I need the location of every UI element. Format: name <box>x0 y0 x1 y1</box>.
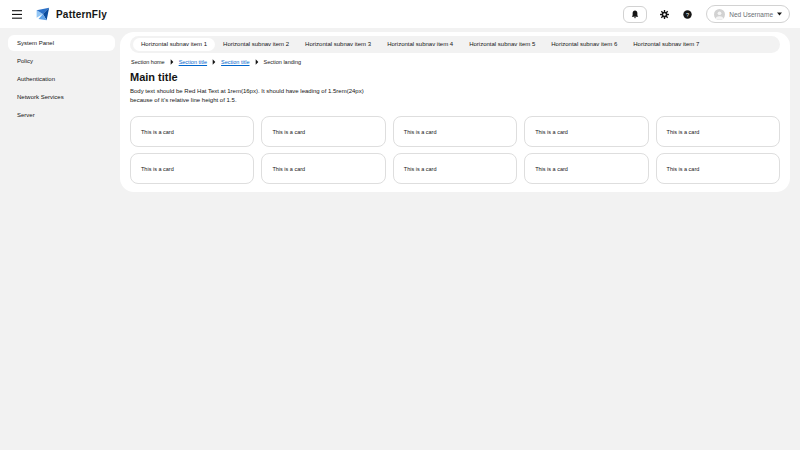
card-title: This is a card <box>141 129 174 135</box>
breadcrumb-separator <box>170 59 174 65</box>
card[interactable]: This is a card <box>261 153 385 184</box>
chevron-right-icon <box>255 59 259 65</box>
sidebar: System Panel Policy Authentication Netwo… <box>0 28 120 125</box>
card[interactable]: This is a card <box>524 153 648 184</box>
bell-icon <box>631 10 639 19</box>
hamburger-icon <box>12 10 22 19</box>
chevron-right-icon <box>212 59 216 65</box>
patternfly-logo-icon <box>36 7 51 22</box>
card[interactable]: This is a card <box>261 116 385 147</box>
page: { "header": { "brand": "PatternFly", "us… <box>0 0 800 450</box>
card-title: This is a card <box>667 129 700 135</box>
card-title: This is a card <box>141 166 174 172</box>
help-button[interactable]: ? <box>679 6 695 22</box>
breadcrumb: Section home Section title Section title… <box>130 59 780 65</box>
masthead: PatternFly ? <box>0 0 800 28</box>
card-title: This is a card <box>404 166 437 172</box>
subnav-item-2[interactable]: Horizontal subnav item 2 <box>215 38 297 51</box>
card-title: This is a card <box>404 129 437 135</box>
subnav-item-3[interactable]: Horizontal subnav item 3 <box>297 38 379 51</box>
chevron-right-icon <box>170 59 174 65</box>
breadcrumb-separator <box>212 59 216 65</box>
user-name: Ned Username <box>729 11 773 18</box>
card[interactable]: This is a card <box>393 116 517 147</box>
card[interactable]: This is a card <box>656 116 780 147</box>
gear-icon <box>660 10 669 19</box>
breadcrumb-separator <box>255 59 259 65</box>
card[interactable]: This is a card <box>393 153 517 184</box>
card-title: This is a card <box>272 129 305 135</box>
card[interactable]: This is a card <box>130 153 254 184</box>
settings-button[interactable] <box>656 6 672 22</box>
avatar-icon <box>714 9 725 20</box>
card-title: This is a card <box>535 129 568 135</box>
card[interactable]: This is a card <box>130 116 254 147</box>
sidebar-item-server[interactable]: Server <box>8 107 115 123</box>
caret-down-icon <box>777 12 782 16</box>
main-panel: Horizontal subnav item 1 Horizontal subn… <box>120 32 790 192</box>
subnav-item-6[interactable]: Horizontal subnav item 6 <box>543 38 625 51</box>
subnav-item-1[interactable]: Horizontal subnav item 1 <box>133 38 215 51</box>
sidebar-item-policy[interactable]: Policy <box>8 53 115 69</box>
card[interactable]: This is a card <box>656 153 780 184</box>
sidebar-item-authentication[interactable]: Authentication <box>8 71 115 87</box>
sidebar-item-system-panel[interactable]: System Panel <box>8 35 115 51</box>
card-title: This is a card <box>272 166 305 172</box>
notifications-button[interactable] <box>623 6 647 23</box>
card-title: This is a card <box>535 166 568 172</box>
horizontal-subnav: Horizontal subnav item 1 Horizontal subn… <box>130 36 780 53</box>
subnav-item-4[interactable]: Horizontal subnav item 4 <box>379 38 461 51</box>
question-icon: ? <box>683 10 692 19</box>
subnav-item-5[interactable]: Horizontal subnav item 5 <box>461 38 543 51</box>
breadcrumb-link-section-title-1[interactable]: Section title <box>179 59 207 65</box>
user-menu-button[interactable]: Ned Username <box>706 5 790 23</box>
brand[interactable]: PatternFly <box>36 7 107 22</box>
svg-text:?: ? <box>686 11 689 17</box>
brand-name: PatternFly <box>56 9 107 20</box>
card-title: This is a card <box>667 166 700 172</box>
page-body: System Panel Policy Authentication Netwo… <box>0 28 800 192</box>
card-grid: This is a card This is a card This is a … <box>130 116 780 184</box>
breadcrumb-item-home: Section home <box>131 59 165 65</box>
sidebar-item-network-services[interactable]: Network Services <box>8 89 115 105</box>
body-text: Body text should be Red Hat Text at 1rem… <box>130 87 385 105</box>
breadcrumb-link-section-title-2[interactable]: Section title <box>221 59 249 65</box>
subnav-item-7[interactable]: Horizontal subnav item 7 <box>625 38 707 51</box>
card[interactable]: This is a card <box>524 116 648 147</box>
breadcrumb-item-current: Section landing <box>264 59 302 65</box>
nav-toggle-button[interactable] <box>10 8 24 21</box>
page-title: Main title <box>130 71 780 83</box>
